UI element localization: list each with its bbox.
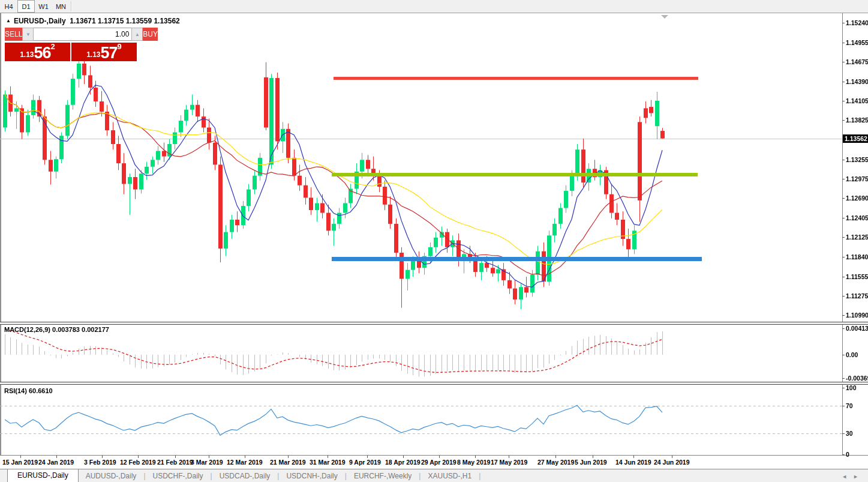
rsi-axis-label-tick	[842, 433, 845, 434]
price-axis-label-tick	[842, 82, 845, 82]
price-axis-label-tick	[842, 257, 845, 258]
date-axis-tick	[245, 456, 245, 458]
chart-tab-eurchf-weekly[interactable]: EURCHF-,Weekly	[347, 470, 419, 482]
date-axis-tick	[509, 456, 509, 458]
buy-button[interactable]: BUY	[143, 28, 158, 42]
date-axis-tick	[56, 456, 57, 458]
date-axis-label: 3 Feb 2019	[84, 459, 116, 466]
sell-price-button[interactable]: 1.13562	[5, 43, 70, 61]
macd-axis-label-tick	[842, 328, 845, 329]
price-axis-label: 1.12125	[846, 233, 868, 241]
rsi-axis-label: 70	[846, 402, 853, 409]
mid-support-line[interactable]	[332, 173, 698, 176]
price-axis-label-tick	[842, 277, 845, 277]
chart-tab-eurusd-daily[interactable]: EURUSD-,Daily	[7, 469, 79, 482]
date-axis-label: 18 Apr 2019	[385, 459, 421, 466]
price-axis-label: 1.13825	[846, 116, 868, 124]
date-axis-tick	[403, 456, 404, 458]
rsi-axis-label-tick	[842, 454, 845, 455]
date-axis-tick	[555, 456, 556, 458]
price-axis-label-tick	[842, 23, 845, 23]
timeframe-button-mn[interactable]: MN	[52, 0, 70, 13]
volume-increase-button[interactable]: ▲	[131, 28, 143, 41]
chart-tab-usdchf-daily[interactable]: USDCHF-,Daily	[146, 470, 211, 482]
rsi-pane-splitter[interactable]	[0, 382, 868, 385]
date-axis-label: 29 Apr 2019	[421, 459, 456, 466]
rsi-indicator-canvas[interactable]	[0, 385, 842, 454]
price-axis-label: 1.15240	[846, 19, 868, 26]
date-axis-label: 21 Feb 2019	[157, 459, 193, 466]
date-axis-tick	[102, 456, 103, 458]
price-axis-label-tick	[842, 198, 845, 199]
one-click-trading-panel: SELL ▼ ▲ BUY 1.13562 1.13579	[5, 28, 137, 61]
price-axis-label: 1.12975	[846, 175, 868, 182]
sell-button[interactable]: SELL	[5, 28, 22, 42]
tab-scroll-arrows[interactable]: ◄►	[842, 474, 864, 480]
macd-pane-splitter[interactable]	[0, 322, 868, 325]
chart-title: ▲EURUSD-,Daily 1.13671 1.13715 1.13559 1…	[6, 17, 180, 25]
price-axis-label: 1.14105	[846, 97, 868, 104]
timeframe-button-d1[interactable]: D1	[17, 0, 35, 13]
lower-support-line[interactable]	[332, 257, 702, 261]
date-axis-tick	[328, 456, 328, 458]
chart-ohlc-values: 1.13671 1.13715 1.13559 1.13562	[70, 17, 180, 25]
date-axis-label: 3 Mar 2019	[191, 459, 223, 466]
mt4-terminal: H4D1W1MN ▲EURUSD-,Daily 1.13671 1.13715 …	[0, 0, 868, 482]
buy-price-button[interactable]: 1.13579	[71, 43, 137, 61]
volume-stepper: ▼ ▲	[22, 28, 143, 42]
resistance-line[interactable]	[334, 77, 698, 80]
chart-tab-bar: EURUSD-,DailyAUDUSD-,Daily|USDCHF-,Daily…	[0, 469, 868, 482]
rsi-axis-label: 30	[846, 430, 853, 437]
rsi-axis-label: 100	[846, 384, 857, 391]
timeframe-toolbar: H4D1W1MN	[0, 0, 868, 13]
timeframe-button-w1[interactable]: W1	[35, 0, 52, 13]
tab-separator: |	[479, 472, 480, 482]
date-axis-label: 17 May 2019	[491, 459, 527, 466]
current-price-label: 1.13562	[843, 134, 868, 143]
date-axis-label: 12 Mar 2019	[227, 459, 263, 466]
volume-decrease-button[interactable]: ▼	[22, 28, 34, 41]
macd-axis-label: 0.00	[846, 351, 858, 358]
macd-axis-label: -0.003699	[846, 375, 868, 382]
price-axis-label: 1.14675	[846, 58, 868, 65]
price-axis-label-tick	[842, 315, 845, 316]
buy-price-big: 57	[101, 45, 118, 61]
date-axis-tick	[593, 456, 593, 458]
price-axis-label: 1.11275	[846, 292, 868, 300]
date-axis-tick	[633, 456, 634, 458]
date-axis-tick	[209, 456, 209, 458]
date-axis-label: 5 Jun 2019	[575, 459, 607, 466]
chart-tab-audusd-daily[interactable]: AUDUSD-,Daily	[79, 470, 144, 482]
timeframe-button-h4[interactable]: H4	[0, 0, 17, 13]
date-axis-tick	[439, 456, 440, 458]
macd-axis-label-tick	[842, 355, 845, 355]
collapse-arrow-icon[interactable]: ▲	[6, 18, 11, 23]
date-axis-tick	[475, 456, 476, 458]
price-axis-label-tick	[842, 218, 845, 218]
chart-shift-marker-icon[interactable]	[661, 15, 668, 19]
chart-tab-usdcnh-daily[interactable]: USDCNH-,Daily	[279, 470, 344, 482]
volume-input[interactable]	[34, 28, 131, 41]
sell-price-prefix: 1.13	[20, 49, 34, 61]
date-axis-label: 15 Jan 2019	[2, 459, 38, 466]
price-axis-border	[842, 13, 843, 455]
date-axis-label: 8 May 2019	[457, 459, 490, 466]
macd-indicator-canvas[interactable]	[0, 325, 842, 381]
price-axis-label-tick	[842, 43, 845, 43]
date-axis-label: 9 Apr 2019	[349, 459, 381, 466]
price-axis-label: 1.10990	[846, 312, 868, 319]
price-axis-label: 1.14390	[846, 78, 868, 85]
chart-tab-usdcad-daily[interactable]: USDCAD-,Daily	[212, 470, 278, 482]
date-axis-label: 24 Jun 2019	[654, 459, 690, 466]
date-axis-tick	[175, 456, 176, 458]
date-axis-label: 27 May 2019	[537, 459, 574, 466]
price-axis-label-tick	[842, 120, 845, 121]
date-axis-label: 21 Mar 2019	[270, 459, 306, 466]
rsi-axis-label: 0	[846, 451, 849, 458]
price-axis-label: 1.12405	[846, 214, 868, 221]
chart-tab-xauusd-h1[interactable]: XAUUSD-,H1	[421, 470, 479, 482]
price-axis-label: 1.14955	[846, 39, 868, 46]
date-axis: 15 Jan 201924 Jan 20193 Feb 201912 Feb 2…	[0, 455, 868, 469]
date-axis-label: 14 Jun 2019	[615, 459, 651, 466]
rsi-axis-label-tick	[842, 388, 845, 388]
